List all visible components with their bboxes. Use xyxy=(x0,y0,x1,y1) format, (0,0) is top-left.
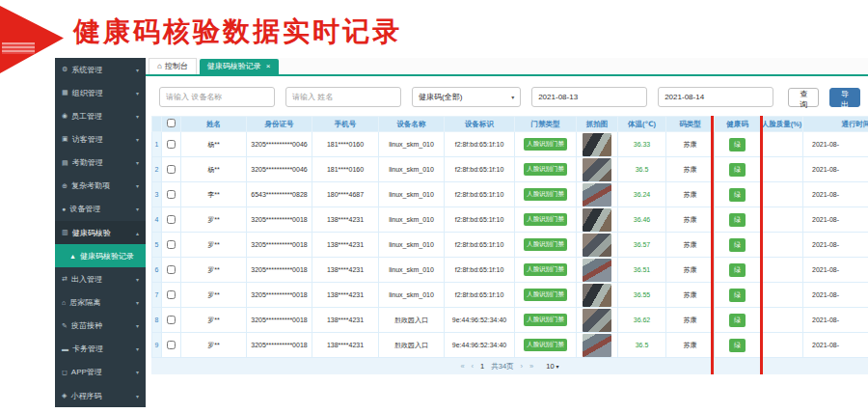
cell-pass-time: 2021-08- xyxy=(803,157,868,182)
snapshot-photo xyxy=(583,334,611,357)
home-icon: ⌂ xyxy=(62,299,66,306)
first-page-button[interactable]: « xyxy=(460,362,464,371)
sidebar-item-access[interactable]: ⇄ 出入管理 ▾ xyxy=(55,267,146,290)
sidebar-item-staff[interactable]: ◉ 员工管理 ▾ xyxy=(55,104,146,127)
row-checkbox[interactable] xyxy=(167,341,176,349)
cell-device-id: 9e:44:96:52:34:40 xyxy=(445,308,515,333)
cell-checkbox xyxy=(162,207,181,233)
cell-row-number: 1 xyxy=(152,132,162,157)
cell-checkbox xyxy=(162,333,181,358)
person-name-input[interactable] xyxy=(285,87,401,107)
sidebar-item-card[interactable]: ▬ 卡务管理 ▾ xyxy=(55,338,146,361)
search-button[interactable]: 查询 xyxy=(788,88,819,107)
cell-health-code: 绿 xyxy=(715,182,761,207)
gate-type-badge: 人脸识别门禁 xyxy=(524,188,567,201)
cell-snapshot xyxy=(577,207,618,233)
sidebar: ⚙ 系统管理 ▾ ▦ 组织管理 ▾ ◉ 员工管理 ▾ ▣ 访客管理 ▾ ▤ 考勤… xyxy=(55,58,146,407)
cell-row-number: 7 xyxy=(152,283,162,308)
sidebar-item-vaccine[interactable]: ✎ 疫苗接种 ▾ xyxy=(55,315,146,338)
gate-type-badge: 人脸识别门禁 xyxy=(524,289,567,301)
close-icon[interactable]: × xyxy=(266,62,271,70)
start-date-input[interactable] xyxy=(531,87,647,107)
sidebar-item-attendance[interactable]: ▤ 考勤管理 ▾ xyxy=(55,151,146,175)
tab-console[interactable]: ⌂ 控制台 xyxy=(149,58,197,74)
gate-type-badge: 人脸识别门禁 xyxy=(524,314,567,326)
people-icon: ◉ xyxy=(62,112,68,120)
complex-icon: ⊕ xyxy=(62,182,68,190)
sidebar-item-label: 小程序码 xyxy=(70,391,101,401)
cell-pass-time: 2021-08- xyxy=(803,207,868,233)
sidebar-item-app[interactable]: ◻ APP管理 ▾ xyxy=(55,361,146,384)
cell-face-quality xyxy=(761,182,803,207)
select-all-checkbox[interactable] xyxy=(167,119,176,127)
chevron-down-icon: ▾ xyxy=(136,206,139,212)
sidebar-item-miniprogram[interactable]: ◈ 小程序码 ▾ xyxy=(55,384,146,407)
row-checkbox[interactable] xyxy=(167,290,176,299)
gate-type-badge: 人脸识别门禁 xyxy=(524,163,567,176)
sidebar-item-organization[interactable]: ▦ 组织管理 ▾ xyxy=(55,81,146,104)
chevron-down-icon: ▾ xyxy=(136,369,139,375)
chevron-down-icon: ▾ xyxy=(136,322,139,329)
sidebar-item-home-quarantine[interactable]: ⌂ 居家隔离 ▾ xyxy=(55,290,146,314)
last-page-button[interactable]: » xyxy=(529,362,533,371)
phone-icon: ◻ xyxy=(62,369,68,376)
row-checkbox[interactable] xyxy=(167,140,176,149)
prev-page-button[interactable]: ‹ xyxy=(472,362,475,371)
cell-checkbox xyxy=(162,258,181,283)
cell-phone: 138****4231 xyxy=(312,308,379,333)
header-checkbox xyxy=(162,117,181,132)
cell-face-quality xyxy=(761,308,803,333)
header-col-8: 码类型 xyxy=(666,117,715,132)
filter-bar: 健康码(全部) ▾ 查询 导出 xyxy=(146,76,868,116)
chevron-down-icon: ▾ xyxy=(136,159,139,166)
cell-id-number: 3205**********0018 xyxy=(247,233,312,258)
cell-device-id: f2:8f:bd:65:1f:10 xyxy=(445,157,515,182)
sidebar-item-label: 居家隔离 xyxy=(69,297,100,308)
row-checkbox[interactable] xyxy=(167,240,176,249)
row-checkbox[interactable] xyxy=(167,190,176,199)
health-code-badge: 绿 xyxy=(729,314,746,327)
cell-gate-type: 人脸识别门禁 xyxy=(515,207,577,233)
cell-temperature: 36.46 xyxy=(618,207,666,233)
next-page-button[interactable]: › xyxy=(521,362,524,371)
sidebar-item-device[interactable]: ● 设备管理 ▾ xyxy=(55,198,146,221)
end-date-input[interactable] xyxy=(658,87,773,107)
tab-console-label: 控制台 xyxy=(165,61,188,71)
cell-code-type: 苏康 xyxy=(666,308,715,333)
cell-gate-type: 人脸识别门禁 xyxy=(515,132,577,157)
page-size-select[interactable]: 10 ▾ xyxy=(546,362,558,371)
cell-row-number: 3 xyxy=(152,182,162,207)
sidebar-item-attendance-complex[interactable]: ⊕ 复杂考勤项 ▾ xyxy=(55,175,146,198)
row-checkbox[interactable] xyxy=(167,215,176,224)
sidebar-item-health-code-record[interactable]: ▲ 健康码核验记录 xyxy=(55,244,146,267)
cell-temperature: 36.5 xyxy=(618,333,666,358)
cell-gate-type: 人脸识别门禁 xyxy=(515,333,577,358)
health-code-badge: 绿 xyxy=(729,163,746,177)
cell-device-name: linux_skm_010 xyxy=(379,233,445,258)
health-code-select[interactable]: 健康码(全部) ▾ xyxy=(412,87,521,107)
cell-device-id: f2:8f:bd:65:1f:10 xyxy=(445,258,515,283)
tab-health-code-record[interactable]: 健康码核验记录 × xyxy=(200,59,279,74)
row-checkbox[interactable] xyxy=(167,265,176,274)
sidebar-item-label: 系统管理 xyxy=(71,65,102,75)
sidebar-item-health-code[interactable]: ▥ 健康码核验 ▴ xyxy=(55,221,146,244)
chevron-down-icon: ▾ xyxy=(136,182,139,189)
sidebar-item-system[interactable]: ⚙ 系统管理 ▾ xyxy=(55,58,146,81)
cell-device-id: f2:8f:bd:65:1f:10 xyxy=(445,233,515,258)
cell-phone: 138****4231 xyxy=(312,207,379,233)
export-button[interactable]: 导出 xyxy=(829,88,860,107)
chevron-down-icon: ▾ xyxy=(136,136,139,143)
device-name-input[interactable] xyxy=(159,87,275,107)
tab-bar: ⌂ 控制台 健康码核验记录 × xyxy=(146,58,868,76)
cell-device-id: f2:8f:bd:65:1f:10 xyxy=(445,132,515,157)
cell-temperature: 36.57 xyxy=(618,233,666,258)
cell-face-quality xyxy=(761,157,803,182)
cell-temperature: 36.62 xyxy=(618,308,666,333)
sidebar-item-label: 健康码核验 xyxy=(72,228,111,238)
row-checkbox[interactable] xyxy=(167,316,176,324)
cell-device-id: 9e:44:96:52:34:40 xyxy=(445,333,515,358)
row-checkbox[interactable] xyxy=(167,165,176,174)
sidebar-item-visitor[interactable]: ▣ 访客管理 ▾ xyxy=(55,127,146,151)
cell-device-name: linux_skm_010 xyxy=(379,283,445,308)
table-row: 7 罗** 3205**********0018 138****4231 lin… xyxy=(152,283,868,308)
